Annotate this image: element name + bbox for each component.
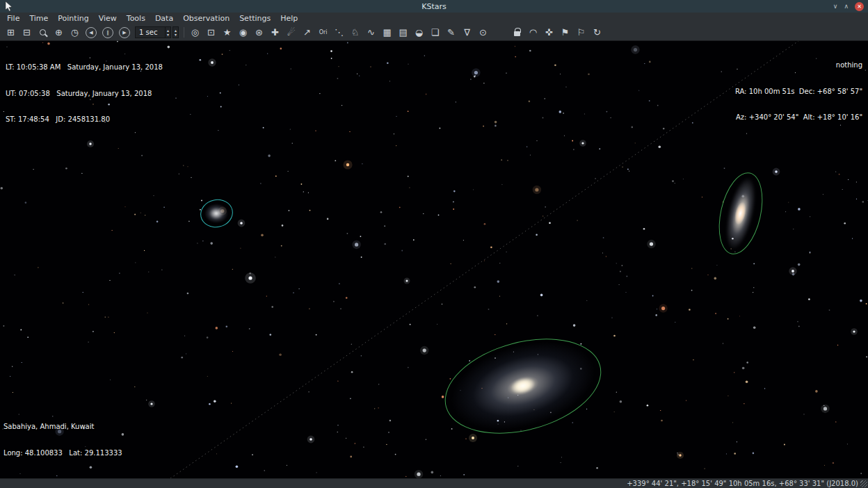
time-step-forward-icon[interactable]: ▶ [119,27,130,38]
window-title: KStars [421,2,447,11]
sky-map[interactable]: LT: 10:05:38 AM Saturday, January 13, 20… [0,41,868,478]
focus-azalt-line: Az: +340° 20' 54" Alt: +18° 10' 16" [735,113,862,122]
statusbar: +339° 44' 21", +18° 15' 49" 10h 05m 16s,… [0,478,868,488]
filter-icon[interactable]: ∇ [459,26,475,40]
toggle-constellation-art-icon[interactable]: ♘ [347,26,363,40]
focus-radec-line: RA: 10h 00m 51s Dec: +68° 58' 57" [735,88,862,97]
time-unit-spin-buttons: ▴ ▾ [172,26,179,38]
focus-object-icon[interactable]: ◎ [187,26,203,40]
menu-settings[interactable]: Settings [234,13,275,24]
flag-icon[interactable]: ⚑ [557,26,573,40]
menubar: File Time Pointing View Tools Data Obser… [0,13,868,24]
toggle-comets-icon[interactable]: ☄ [283,26,299,40]
geolocation-icon[interactable]: ⊕ [51,26,67,40]
menu-file[interactable]: File [2,13,24,24]
find-object-icon[interactable] [35,26,51,40]
minimize-icon[interactable]: ∨ [833,3,838,10]
resize-grip-icon[interactable] [860,480,867,487]
dome-icon[interactable]: ◠ [525,26,541,40]
magnifier-shape [40,29,46,35]
toolbar-separator [184,27,184,38]
toggle-stars-icon[interactable]: ★ [219,26,235,40]
time-step-input[interactable]: 1 sec [135,26,166,38]
toggle-deep-sky-objects-icon[interactable]: ⊛ [251,26,267,40]
spin-down-icon[interactable]: ▾ [167,33,169,37]
universal-time-line: UT: 07:05:38 Saturday, January 13, 2018 [6,90,163,99]
observation-planner-icon[interactable]: ✎ [443,26,459,40]
toggle-supernovae-icon[interactable]: ✚ [267,26,283,40]
lock-position-icon[interactable] [509,26,525,40]
toggle-milky-way-icon[interactable]: ∿ [363,26,379,40]
maximize-icon[interactable]: ∧ [844,3,849,10]
window-controls: ∨ ∧ ✕ [833,0,864,13]
flag-alt-icon[interactable]: ⚐ [573,26,589,40]
location-coords-line: Long: 48.100833 Lat: 29.113333 [3,449,122,458]
sky-image-icon[interactable]: ⊡ [203,26,219,40]
center-telescope-icon[interactable]: ✜ [541,26,557,40]
location-infobox[interactable]: Sabahiya, Ahmadi, Kuwait Long: 48.100833… [3,405,122,475]
toggle-constellation-names-icon[interactable]: Ori [315,26,331,40]
time-step-control: 1 sec ▴ ▾ ▴ ▾ [135,26,179,38]
kstars-window: KStars ∨ ∧ ✕ File Time Pointing View Too… [0,0,868,488]
menu-observation[interactable]: Observation [178,13,234,24]
menu-tools[interactable]: Tools [122,13,150,24]
zoom-out-icon[interactable]: ⊟ [19,26,35,40]
toggle-satellites-icon[interactable]: ↗ [299,26,315,40]
cursor-position-readout: +339° 44' 21", +18° 15' 49" 10h 05m 16s,… [627,480,858,487]
sidereal-time-line: ST: 17:48:54 JD: 2458131.80 [6,115,163,124]
time-step-backward-icon[interactable]: ◀ [86,27,97,38]
whats-interesting-icon[interactable]: ❏ [427,26,443,40]
time-infobox[interactable]: LT: 10:05:38 AM Saturday, January 13, 20… [6,46,163,142]
toggle-equatorial-grid-icon[interactable]: ▦ [379,26,395,40]
unit-down-icon[interactable]: ▾ [175,33,177,37]
main-toolbar: ⊞ ⊟ ⊕ ◷ ◀ ‖ ▶ 1 sec ▴ ▾ ▴ ▾ ◎ ⊡ ★ ◉ ⊛ ✚ … [0,24,868,41]
lock-shape [514,31,520,36]
mouse-cursor-icon [5,1,13,11]
toggle-clock-icon[interactable]: ‖ [102,27,113,38]
zoom-in-icon[interactable]: ⊞ [3,26,19,40]
toggle-ground-icon[interactable]: ◒ [411,26,427,40]
toggle-constellation-lines-icon[interactable]: ⋱ [331,26,347,40]
menu-time[interactable]: Time [24,13,53,24]
sync-icon[interactable]: ↻ [589,26,605,40]
menu-view[interactable]: View [94,13,122,24]
menu-help[interactable]: Help [275,13,303,24]
titlebar[interactable]: KStars ∨ ∧ ✕ [0,0,868,13]
focus-object-name: nothing [735,61,862,70]
menu-data[interactable]: Data [150,13,178,24]
close-icon[interactable]: ✕ [855,2,864,11]
whats-up-tonight-icon[interactable]: ⊙ [475,26,491,40]
time-step-spin-buttons: ▴ ▾ [166,26,171,38]
local-time-line: LT: 10:05:38 AM Saturday, January 13, 20… [6,63,163,72]
toggle-solar-system-icon[interactable]: ◉ [235,26,251,40]
menu-pointing[interactable]: Pointing [53,13,93,24]
focus-infobox[interactable]: nothing RA: 10h 00m 51s Dec: +68° 58' 57… [735,44,862,140]
toggle-horizontal-grid-icon[interactable]: ▤ [395,26,411,40]
set-time-icon[interactable]: ◷ [67,26,83,40]
location-name-line: Sabahiya, Ahmadi, Kuwait [3,423,122,432]
